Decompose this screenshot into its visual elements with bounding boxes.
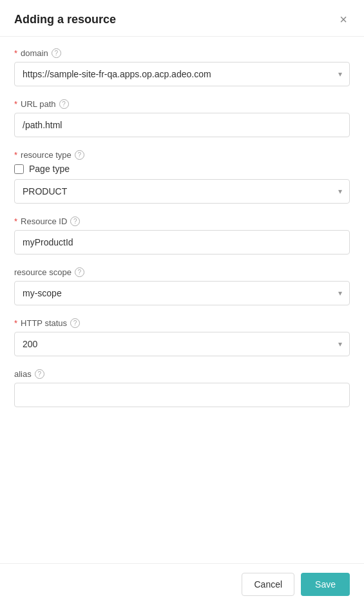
adding-resource-modal: Adding a resource × * domain ? https://s… [0,0,364,605]
http-status-label: * HTTP status ? [14,318,350,328]
resource-type-select-wrapper: PRODUCT CATEGORY ARTICLE OTHER ▾ [14,179,350,204]
domain-help-icon[interactable]: ? [52,48,61,58]
resource-scope-select-wrapper: my-scope ▾ [14,281,350,305]
resource-type-required-star: * [14,150,17,160]
modal-footer: Cancel Save [0,563,364,605]
save-button[interactable]: Save [301,573,350,596]
http-status-group: * HTTP status ? 200 301 302 404 ▾ [14,318,350,356]
resource-id-input[interactable] [14,230,350,254]
resource-id-help-icon[interactable]: ? [70,216,80,226]
page-type-checkbox[interactable] [14,164,24,174]
http-status-required-star: * [14,318,17,328]
url-path-input[interactable] [14,113,350,137]
resource-scope-label: resource scope ? [14,267,350,277]
resource-scope-group: resource scope ? my-scope ▾ [14,267,350,305]
resource-scope-label-text: resource scope [14,267,72,277]
cancel-button[interactable]: Cancel [242,573,294,596]
alias-group: alias ? [14,369,350,407]
resource-id-label: * Resource ID ? [14,216,350,226]
http-status-help-icon[interactable]: ? [70,318,80,328]
url-path-label: * URL path ? [14,99,350,109]
domain-required-star: * [14,48,17,58]
modal-title: Adding a resource [14,13,116,26]
domain-group: * domain ? https://sample-site-fr-qa.app… [14,48,350,86]
close-button[interactable]: × [337,12,350,27]
resource-type-help-icon[interactable]: ? [75,150,84,160]
resource-type-group: * resource type ? Page type PRODUCT CATE… [14,150,350,204]
alias-help-icon[interactable]: ? [35,369,44,379]
resource-type-select[interactable]: PRODUCT CATEGORY ARTICLE OTHER [14,179,350,204]
modal-body: * domain ? https://sample-site-fr-qa.app… [0,37,364,605]
resource-type-label: * resource type ? [14,150,350,160]
resource-scope-help-icon[interactable]: ? [75,267,84,277]
domain-label-text: domain [21,48,48,58]
modal-header: Adding a resource × [0,0,364,37]
http-status-label-text: HTTP status [21,318,67,328]
domain-label: * domain ? [14,48,350,58]
resource-id-label-text: Resource ID [21,216,67,226]
http-status-select[interactable]: 200 301 302 404 [14,332,350,356]
http-status-select-wrapper: 200 301 302 404 ▾ [14,332,350,356]
resource-id-group: * Resource ID ? [14,216,350,254]
domain-select[interactable]: https://sample-site-fr-qa.apps.op.acp.ad… [14,62,350,86]
url-path-group: * URL path ? [14,99,350,137]
alias-input[interactable] [14,383,350,407]
resource-type-label-text: resource type [21,150,72,160]
alias-label: alias ? [14,369,350,379]
resource-scope-select[interactable]: my-scope [14,281,350,305]
url-path-required-star: * [14,99,17,109]
url-path-label-text: URL path [21,99,55,109]
domain-select-wrapper: https://sample-site-fr-qa.apps.op.acp.ad… [14,62,350,86]
alias-label-text: alias [14,369,32,379]
url-path-help-icon[interactable]: ? [59,99,69,109]
resource-id-required-star: * [14,216,17,226]
page-type-label[interactable]: Page type [29,164,70,174]
page-type-row: Page type [14,164,350,174]
